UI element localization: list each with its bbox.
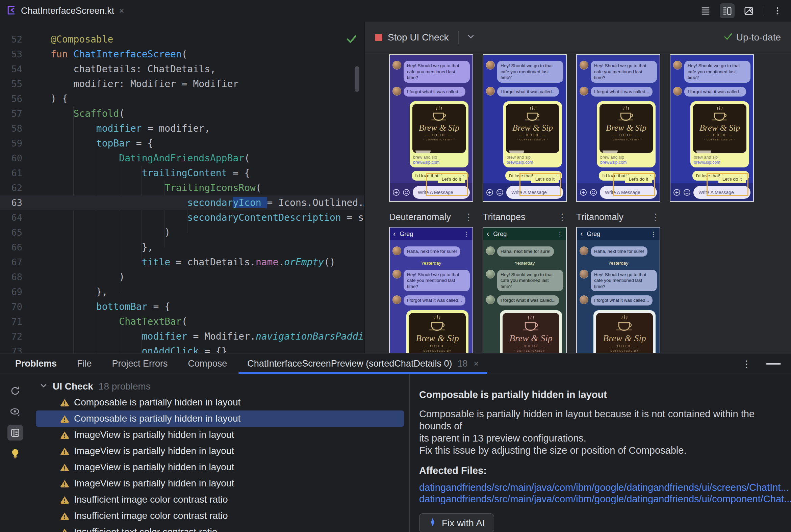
problem-item[interactable]: Composable is partially hidden in layout (36, 411, 404, 427)
details-divider[interactable] (409, 374, 410, 532)
kebab-icon[interactable]: ⋮ (463, 231, 469, 238)
tab-file[interactable]: File (67, 354, 102, 374)
code-line[interactable]: 57 Scaffold( (0, 106, 364, 121)
avatar (392, 87, 401, 96)
problem-item[interactable]: Insufficient image color contrast ratio (31, 508, 409, 524)
code-line[interactable]: 61 trailingContent = { (0, 166, 364, 180)
problem-item[interactable]: ImageView is partially hidden in layout (31, 427, 409, 443)
tab-project-errors[interactable]: Project Errors (102, 354, 178, 374)
preview-kebab-icon[interactable]: ⋮ (558, 212, 567, 223)
add-icon[interactable] (673, 189, 681, 196)
kebab-icon[interactable]: ⋮ (557, 231, 563, 238)
collapse-chevron-icon[interactable] (40, 383, 47, 390)
split-view-icon[interactable] (720, 3, 735, 18)
emoji-icon[interactable] (403, 189, 410, 196)
code-line[interactable]: 58 modifier = modifier, (0, 121, 364, 136)
link-preview-card[interactable]: Brew & Sip— OHID —· COFFEETCASIDY ·brew … (410, 101, 468, 167)
link-preview-card[interactable]: Brew & Sip— OHID —· COFFEETCASIDY ·brew … (691, 101, 749, 167)
tab-close-icon[interactable]: × (474, 359, 479, 368)
code-line[interactable]: 67 title = chatDetails.name.orEmpty() (0, 255, 364, 270)
code-line[interactable]: 62 TrailingIconsRow( (0, 180, 364, 195)
problem-item[interactable]: ImageView is partially hidden in layout (31, 443, 409, 459)
affected-file-link[interactable]: datingandfriends/src/main/java/com/ibm/g… (419, 482, 784, 493)
preview-kebab-icon[interactable]: ⋮ (464, 212, 473, 223)
preview-phone-row1-3[interactable]: Hey! Should we go to that cafe you menti… (576, 54, 660, 202)
received-message: Haha, next time for sure! (580, 246, 657, 256)
problem-item[interactable]: ImageView is partially hidden in layout (31, 475, 409, 492)
preview-status-eye-icon[interactable] (7, 404, 23, 420)
link-preview-card[interactable]: Brew & Sip— OHID —· COFFEETCASIDY ·brew … (597, 101, 656, 167)
problem-item[interactable]: ImageView is partially hidden in layout (31, 459, 409, 475)
link-preview-card[interactable]: Brew & Sip— OHID —· COFFEETCASIDY ·brew … (500, 310, 562, 353)
svg-text:— OHID —: — OHID — (612, 133, 640, 137)
quickfix-bulb-icon[interactable] (7, 446, 23, 461)
tab-close-icon[interactable]: × (119, 6, 124, 15)
code-lines[interactable]: 52@Composable53fun ChatInterfaceScreen(5… (0, 32, 364, 353)
code-line[interactable]: 72 modifier = Modifier.navigationBarsPad… (0, 329, 364, 344)
editor-tab[interactable]: ChatInterfaceScreen.kt × (6, 3, 124, 19)
code-line[interactable]: 65 ) (0, 225, 364, 240)
design-view-icon[interactable] (741, 3, 756, 18)
code-line[interactable]: 71 ChatTextBar( (0, 314, 364, 329)
code-line[interactable]: 69 }, (0, 285, 364, 299)
problem-item[interactable]: Insufficient text color contrast ratio (31, 524, 409, 532)
problems-view-icon[interactable] (7, 425, 23, 440)
chevron-down-icon[interactable] (467, 34, 475, 41)
add-icon[interactable] (392, 189, 400, 196)
code-line[interactable]: 53fun ChatInterfaceScreen( (0, 47, 364, 62)
preview-phone-row1-4[interactable]: Hey! Should we go to that cafe you menti… (670, 54, 754, 202)
link-preview-card[interactable]: Brew & Sip— OHID —· COFFEETCASIDY ·brew … (503, 101, 562, 167)
code-editor[interactable]: 52@Composable53fun ChatInterfaceScreen(5… (0, 22, 364, 353)
link-name: brew and sip (694, 155, 746, 160)
editor-scrollbar-thumb[interactable] (355, 66, 360, 92)
more-options-kebab-icon[interactable] (770, 3, 785, 18)
add-icon[interactable] (486, 189, 494, 196)
code-line[interactable]: 56) { (0, 92, 364, 106)
code-line[interactable]: 52@Composable (0, 32, 364, 47)
add-icon[interactable] (580, 189, 587, 196)
kebab-icon[interactable]: ⋮ (650, 231, 656, 238)
problem-item[interactable]: Insufficient image color contrast ratio (31, 492, 409, 508)
problem-item[interactable]: Composable is partially hidden in layout (31, 394, 409, 411)
code-line[interactable]: 66 }, (0, 240, 364, 255)
stop-ui-check-button[interactable]: Stop UI Check (388, 32, 449, 43)
preview-phone-tritanopes[interactable]: ‹Greg⋮Haha, next time for sure!Yesterday… (483, 227, 567, 353)
preview-phone-tritanomaly[interactable]: ‹Greg⋮Haha, next time for sure!Yesterday… (576, 227, 660, 353)
emoji-icon[interactable] (590, 189, 597, 196)
minimize-icon[interactable] (766, 363, 781, 365)
code-line[interactable]: 54 chatDetails: ChatDetails, (0, 62, 364, 77)
chat-title: Greg (587, 231, 600, 238)
preview-phone-row1-2[interactable]: Hey! Should we go to that cafe you menti… (483, 54, 567, 202)
code-line[interactable]: 60 DatingAndFriendsAppBar( (0, 151, 364, 166)
tab-problems[interactable]: Problems (5, 354, 67, 374)
fix-with-ai-button[interactable]: Fix with AI (419, 513, 494, 532)
code-line[interactable]: 73 onAddClick = {} (0, 344, 364, 353)
emoji-icon[interactable] (683, 189, 691, 196)
code-line[interactable]: 59 topBar = { (0, 136, 364, 151)
tab-chatinterfacescreenpreview-sortedchatdetails-0[interactable]: ChatInterfaceScreenPreview (sortedChatDe… (237, 354, 489, 374)
back-icon[interactable]: ‹ (393, 230, 396, 238)
preview-phone-row1-1[interactable]: Hey! Should we go to that cafe you menti… (389, 54, 473, 202)
link-preview-card[interactable]: Brew & Sip— OHID —· COFFEETCASIDY ·brew … (406, 310, 468, 353)
panel-options-kebab-icon[interactable]: ⋮ (742, 359, 751, 369)
emoji-icon[interactable] (496, 189, 503, 196)
inspection-ok-check-icon[interactable] (346, 34, 357, 45)
tab-compose[interactable]: Compose (178, 354, 237, 374)
preview-phone-deuteranomaly[interactable]: ‹Greg⋮Haha, next time for sure!Yesterday… (389, 227, 473, 353)
link-preview-card[interactable]: Brew & Sip— OHID —· COFFEETCASIDY ·brew … (593, 310, 656, 353)
back-icon[interactable]: ‹ (580, 230, 583, 238)
preview-kebab-icon[interactable]: ⋮ (651, 212, 660, 223)
problems-group-header[interactable]: UI Check 18 problems (31, 379, 151, 394)
stop-icon[interactable] (375, 34, 382, 41)
code-line[interactable]: 55 modifier: Modifier = Modifier (0, 77, 364, 92)
link-name: brew and sip (600, 155, 652, 160)
code-line[interactable]: 63 secondaryIcon = Icons.Outlined.More (0, 195, 364, 210)
code-view-icon[interactable] (698, 3, 713, 18)
affected-file-link[interactable]: datingandfriends/src/main/java/com/ibm/g… (419, 493, 784, 505)
code-line[interactable]: 64 secondaryContentDescription = strin (0, 210, 364, 225)
back-icon[interactable]: ‹ (487, 230, 489, 238)
code-line[interactable]: 70 bottomBar = { (0, 299, 364, 314)
refresh-icon[interactable] (7, 383, 23, 399)
preview-grid[interactable]: Hey! Should we go to that cafe you menti… (365, 53, 791, 353)
code-line[interactable]: 68 ) (0, 270, 364, 285)
